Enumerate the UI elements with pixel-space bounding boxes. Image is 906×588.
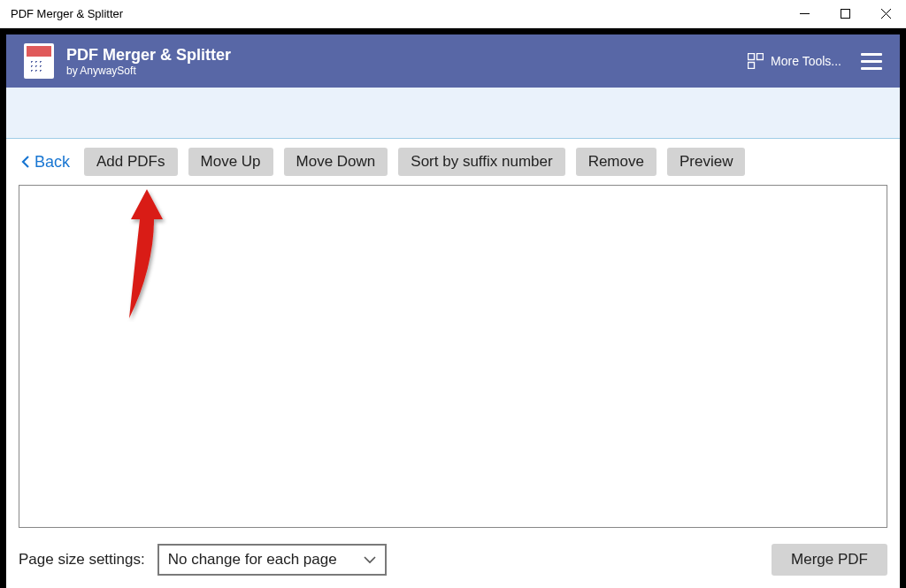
file-list-area[interactable] (19, 185, 887, 528)
more-tools-button[interactable]: More Tools... (748, 53, 841, 69)
svg-rect-6 (749, 63, 755, 69)
app-title-block: PDF Merger & Splitter by AnywaySoft (66, 46, 748, 77)
annotation-arrow-icon (115, 189, 168, 322)
chevron-down-icon (364, 555, 376, 564)
svg-rect-1 (841, 10, 849, 19)
grid-icon (748, 53, 764, 69)
hamburger-icon (861, 53, 882, 56)
move-down-button[interactable]: Move Down (284, 148, 388, 176)
app-window: PDF Merger & Splitter PDF Merger & Split… (0, 0, 906, 588)
sort-suffix-button[interactable]: Sort by suffix number (398, 148, 564, 176)
app-subtitle: by AnywaySoft (66, 65, 748, 77)
remove-button[interactable]: Remove (576, 148, 656, 176)
content-inner: PDF Merger & Splitter by AnywaySoft More… (4, 33, 902, 588)
minimize-button[interactable] (784, 0, 825, 28)
footer-bar: Page size settings: No change for each p… (6, 537, 900, 588)
back-link[interactable]: Back (20, 153, 70, 172)
more-tools-label: More Tools... (771, 54, 841, 68)
menu-button[interactable] (861, 53, 882, 70)
move-up-button[interactable]: Move Up (188, 148, 273, 176)
svg-rect-4 (749, 54, 755, 60)
window-title: PDF Merger & Splitter (0, 7, 784, 20)
maximize-icon (841, 9, 850, 19)
maximize-button[interactable] (825, 0, 865, 28)
app-title: PDF Merger & Splitter (66, 46, 748, 65)
minimize-icon (800, 9, 810, 19)
preview-button[interactable]: Preview (667, 148, 745, 176)
titlebar: PDF Merger & Splitter (0, 0, 906, 28)
back-label: Back (35, 153, 70, 172)
page-size-label: Page size settings: (19, 551, 145, 569)
svg-rect-5 (757, 54, 764, 60)
add-pdfs-button[interactable]: Add PDFs (84, 148, 177, 176)
app-header: PDF Merger & Splitter by AnywaySoft More… (6, 34, 900, 88)
page-size-select[interactable]: No change for each page (157, 544, 387, 576)
app-logo-icon (24, 43, 54, 79)
page-size-value: No change for each page (168, 551, 337, 569)
info-strip (6, 88, 900, 139)
close-button[interactable] (865, 0, 906, 28)
action-toolbar: Back Add PDFs Move Up Move Down Sort by … (6, 139, 900, 185)
content-frame: PDF Merger & Splitter by AnywaySoft More… (0, 28, 906, 588)
chevron-left-icon (20, 156, 31, 168)
close-icon (881, 9, 891, 19)
merge-pdf-button[interactable]: Merge PDF (772, 544, 887, 576)
